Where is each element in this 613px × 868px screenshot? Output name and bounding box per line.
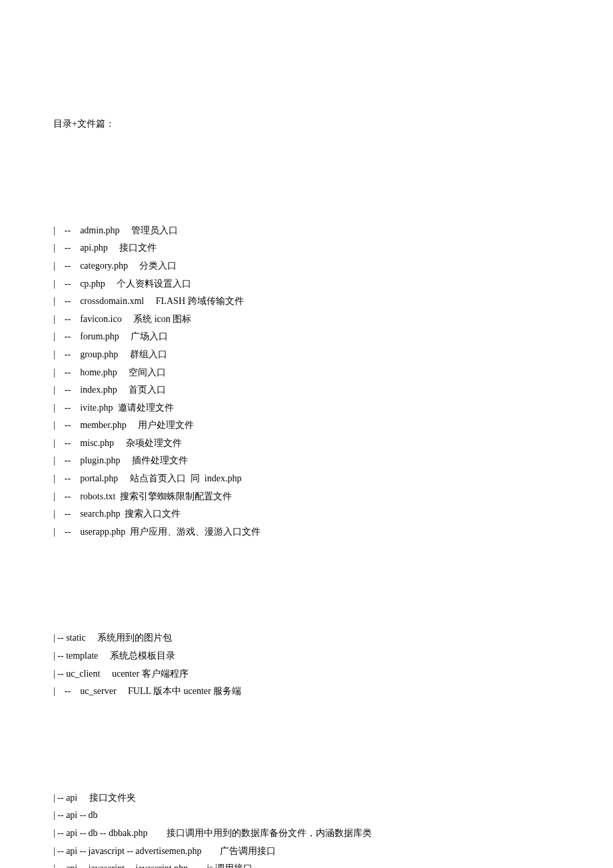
document-title: 目录+文件篇： xyxy=(53,115,560,133)
file-entry: | -- userapp.php 用户应用、游戏、漫游入口文件 xyxy=(53,523,560,541)
file-entry: | -- api 接口文件夹 xyxy=(53,789,560,807)
section-api: | -- api 接口文件夹| -- api -- db| -- api -- … xyxy=(53,789,560,868)
blank-line xyxy=(53,169,560,187)
file-entry: | -- ivite.php 邀请处理文件 xyxy=(53,399,560,417)
file-entry: | -- portal.php 站点首页入口 同 index.php xyxy=(53,470,560,488)
file-entry: | -- cp.php 个人资料设置入口 xyxy=(53,275,560,293)
file-entry: | -- uc_server FULL 版本中 ucenter 服务端 xyxy=(53,683,560,701)
file-entry: | -- admin.php 管理员入口 xyxy=(53,222,560,240)
blank-line xyxy=(53,577,560,595)
file-entry: | -- forum.php 广场入口 xyxy=(53,328,560,346)
file-entry: | -- misc.php 杂项处理文件 xyxy=(53,435,560,453)
file-entry: | -- api -- db xyxy=(53,807,560,825)
file-entry: | -- api.php 接口文件 xyxy=(53,239,560,257)
file-entry: | -- api -- db -- dbbak.php 接口调用中用到的数据库备… xyxy=(53,825,560,843)
section-static-template: | -- static 系统用到的图片包| -- template 系统总模板目… xyxy=(53,629,560,700)
file-entry: | -- home.php 空间入口 xyxy=(53,364,560,382)
file-entry: | -- member.php 用户处理文件 xyxy=(53,417,560,435)
blank-line xyxy=(53,736,560,754)
file-entry: | -- robots.txt 搜索引擎蜘蛛限制配置文件 xyxy=(53,488,560,506)
file-entry: | -- crossdomain.xml FLASH 跨域传输文件 xyxy=(53,293,560,311)
file-entry: | -- api -- javascript -- advertisemen.p… xyxy=(53,843,560,861)
file-entry: | -- search.php 搜索入口文件 xyxy=(53,505,560,523)
file-entry: | -- static 系统用到的图片包 xyxy=(53,629,560,647)
file-entry: | -- plugin.php 插件处理文件 xyxy=(53,452,560,470)
file-entry: | -- category.php 分类入口 xyxy=(53,257,560,275)
file-entry: | -- uc_client ucenter 客户端程序 xyxy=(53,665,560,683)
file-entry: | -- favicon.ico 系统 icon 图标 xyxy=(53,311,560,329)
file-entry: | -- api -- javascript -- javascript.php… xyxy=(53,860,560,868)
file-entry: | -- group.php 群组入口 xyxy=(53,346,560,364)
document-content: 目录+文件篇： | -- admin.php 管理员入口| -- api.php… xyxy=(53,80,560,868)
section-root-files: | -- admin.php 管理员入口| -- api.php 接口文件| -… xyxy=(53,222,560,541)
file-entry: | -- template 系统总模板目录 xyxy=(53,647,560,665)
file-entry: | -- index.php 首页入口 xyxy=(53,381,560,399)
